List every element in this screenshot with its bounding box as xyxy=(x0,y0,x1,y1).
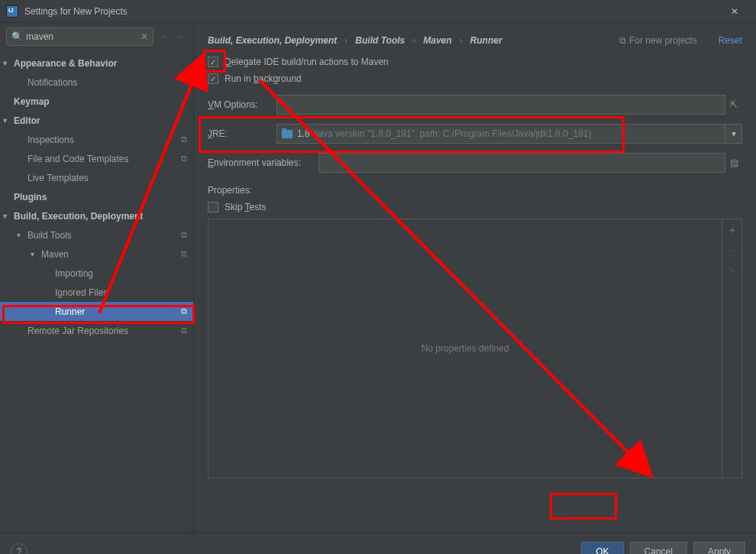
dialog-footer: ? OK Cancel Apply xyxy=(0,533,756,554)
runinbg-checkbox[interactable]: ✓ xyxy=(208,73,218,84)
skiptests-label: Skip Tests xyxy=(225,202,266,212)
delegate-label: Delegate IDE build/run actions to Maven xyxy=(225,57,389,67)
crumb-maven[interactable]: Maven xyxy=(423,35,451,46)
expand-icon[interactable]: ⇱ xyxy=(725,95,742,115)
runinbg-row: ✓ Run in background xyxy=(208,73,742,84)
delegate-row: ✓ Delegate IDE build/run actions to Mave… xyxy=(208,57,742,67)
delegate-checkbox[interactable]: ✓ xyxy=(208,57,218,67)
chevron-right-icon: › xyxy=(460,35,463,46)
search-icon: 🔍 xyxy=(11,31,23,42)
vmoptions-row: VM Options: ⇱ xyxy=(208,95,742,115)
jre-row: JRE: 1.8 (java version "1.8.0_191", path… xyxy=(208,124,742,144)
envvars-input[interactable] xyxy=(318,153,725,173)
reset-link[interactable]: Reset xyxy=(719,35,742,46)
tree-ignored-files[interactable]: Ignored Files xyxy=(0,283,193,302)
help-button[interactable]: ? xyxy=(11,543,27,555)
copy-icon: ⧉ xyxy=(181,306,187,316)
tree-inspections[interactable]: Inspections⧉ xyxy=(0,130,193,149)
properties-table: No properties defined ＋ － ✎ xyxy=(208,219,742,478)
for-new-projects-badge: ⧉For new projects xyxy=(619,35,697,46)
jre-dropdown[interactable]: 1.8 (java version "1.8.0_191", path: C:/… xyxy=(276,124,725,144)
titlebar: Settings for New Projects ✕ xyxy=(0,0,756,23)
add-icon[interactable]: ＋ xyxy=(728,224,737,237)
tree-editor[interactable]: ▾Editor xyxy=(0,111,193,130)
properties-title: Properties: xyxy=(208,185,742,196)
window-title: Settings for New Projects xyxy=(24,6,719,17)
tree-live-templates[interactable]: Live Templates xyxy=(0,168,193,187)
runinbg-label: Run in background xyxy=(225,73,302,84)
nav-back-icon[interactable]: ← xyxy=(158,31,172,42)
vmoptions-label: VM Options: xyxy=(208,99,276,110)
app-icon xyxy=(6,5,18,18)
crumb-runner: Runner xyxy=(470,35,502,46)
tree-keymap[interactable]: Keymap xyxy=(0,92,193,111)
tree-build-tools[interactable]: ▾Build Tools⧉ xyxy=(0,225,193,245)
crumb-bed[interactable]: Build, Execution, Deployment xyxy=(208,35,337,46)
copy-icon: ⧉ xyxy=(619,35,626,46)
remove-icon[interactable]: － xyxy=(728,245,737,258)
copy-icon: ⧉ xyxy=(181,326,187,335)
chevron-right-icon: › xyxy=(344,35,347,46)
properties-empty-text: No properties defined xyxy=(208,219,722,478)
crumb-buildtools[interactable]: Build Tools xyxy=(355,35,405,46)
copy-icon: ⧉ xyxy=(181,134,187,144)
tree-bed[interactable]: ▾Build, Execution, Deployment xyxy=(0,206,193,225)
apply-button[interactable]: Apply xyxy=(693,542,745,555)
envvars-row: Environment variables: ▤ xyxy=(208,153,742,173)
jre-label: JRE: xyxy=(208,128,276,139)
dropdown-arrow-icon[interactable]: ▾ xyxy=(725,124,742,144)
list-icon[interactable]: ▤ xyxy=(725,153,742,173)
nav-fwd-icon[interactable]: → xyxy=(173,31,187,42)
jre-detail: (java version "1.8.0_191", path: C:/Prog… xyxy=(313,128,592,139)
close-icon[interactable]: ✕ xyxy=(719,1,750,22)
search-input[interactable] xyxy=(26,31,141,42)
envvars-label: Environment variables: xyxy=(208,157,318,168)
clear-search-icon[interactable]: ✕ xyxy=(141,31,148,42)
jre-value: 1.8 xyxy=(297,128,310,139)
tree-importing[interactable]: Importing xyxy=(0,264,193,283)
breadcrumb: Build, Execution, Deployment › Build Too… xyxy=(208,35,742,46)
tree-appearance[interactable]: ▾Appearance & Behavior xyxy=(0,53,193,73)
tree-notifications[interactable]: Notifications xyxy=(0,73,193,92)
tree-remote-jar[interactable]: Remote Jar Repositories⧉ xyxy=(0,321,193,340)
cancel-button[interactable]: Cancel xyxy=(630,542,687,555)
tree-maven[interactable]: ▾Maven⧉ xyxy=(0,245,193,264)
skiptests-checkbox[interactable] xyxy=(208,202,218,212)
vmoptions-input[interactable] xyxy=(276,95,725,115)
tree-runner[interactable]: Runner⧉ xyxy=(0,302,193,321)
settings-tree: ▾Appearance & Behavior Notifications Key… xyxy=(0,50,193,533)
search-nav: ← → xyxy=(158,31,187,42)
tree-file-templates[interactable]: File and Code Templates⧉ xyxy=(0,149,193,168)
sidebar: 🔍 ✕ ← → ▾Appearance & Behavior Notificat… xyxy=(0,23,194,533)
tree-plugins[interactable]: Plugins xyxy=(0,187,193,206)
search-input-wrap[interactable]: 🔍 ✕ xyxy=(6,28,153,46)
copy-icon: ⧉ xyxy=(181,154,187,164)
chevron-right-icon: › xyxy=(412,35,415,46)
edit-icon[interactable]: ✎ xyxy=(729,265,736,276)
copy-icon: ⧉ xyxy=(181,249,187,259)
ok-button[interactable]: OK xyxy=(581,542,623,555)
folder-icon xyxy=(282,130,292,138)
copy-icon: ⧉ xyxy=(181,230,187,240)
properties-section: Properties: Skip Tests No properties def… xyxy=(208,185,742,478)
content-panel: Build, Execution, Deployment › Build Too… xyxy=(194,23,756,533)
